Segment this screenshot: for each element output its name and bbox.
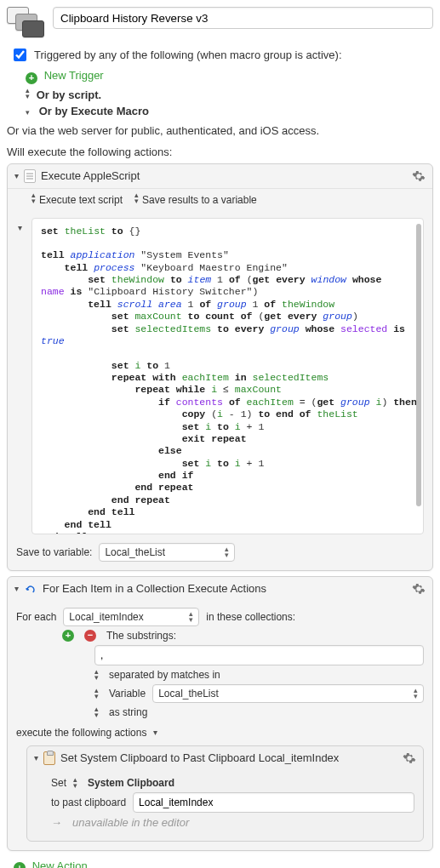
updown-icon: ▴▾ [189, 611, 193, 623]
chevron-down-icon[interactable]: ▾ [18, 223, 22, 232]
script-page-icon [24, 169, 36, 183]
unavailable-note: unavailable in the editor [72, 816, 189, 829]
scrollbar[interactable] [416, 224, 421, 528]
updown-icon: ▴▾ [414, 688, 418, 700]
action-title: For Each Item in a Collection Execute Ac… [43, 582, 407, 595]
updown-icon: ▴▾ [134, 192, 139, 204]
action-title: Set System Clipboard to Past Clipboard L… [60, 751, 397, 764]
delimiter-field[interactable] [94, 645, 424, 665]
triggered-checkbox[interactable] [14, 49, 26, 61]
clipboard-type-selector[interactable]: System Clipboard [88, 777, 174, 789]
macro-title-input[interactable] [53, 7, 433, 29]
separated-by-selector[interactable]: separated by matches in [109, 669, 220, 681]
source-type-selector[interactable]: Variable [109, 688, 146, 700]
chevron-down-icon[interactable]: ▾ [153, 728, 157, 737]
updown-icon: ▴▾ [94, 688, 99, 700]
chevron-down-icon[interactable]: ▾ [34, 753, 38, 762]
chevron-down-icon: ▾ [26, 108, 32, 117]
clipboard-icon [43, 751, 55, 765]
chevron-down-icon[interactable]: ▾ [14, 171, 19, 180]
save-to-variable-label: Save to variable: [16, 546, 92, 558]
action-title: Execute AppleScript [41, 169, 407, 182]
arrow-right-icon: → [51, 816, 62, 829]
action-set-clipboard: ▾ Set System Clipboard to Past Clipboard… [26, 745, 424, 842]
new-action-button[interactable]: + New Action [14, 859, 433, 869]
set-label: Set [51, 777, 66, 789]
code-editor[interactable]: set theList to {} tell application "Syst… [31, 218, 424, 534]
past-clipboard-field[interactable] [133, 792, 414, 813]
updown-icon: ▴▾ [225, 546, 229, 558]
trigger-web: Or via the web server for public, authen… [7, 124, 433, 137]
updown-icon: ▴▾ [94, 669, 99, 681]
gear-icon[interactable] [412, 169, 426, 183]
updown-icon: ▴▾ [94, 706, 99, 718]
plus-icon: + [14, 862, 26, 868]
substrings-label: The substrings: [106, 630, 176, 642]
as-string-selector[interactable]: as string [109, 706, 147, 718]
execute-actions-label: execute the following actions [16, 727, 146, 739]
gear-icon[interactable] [412, 582, 426, 596]
macro-icon [7, 7, 46, 41]
to-past-label: to past clipboard [51, 797, 126, 808]
chevron-down-icon[interactable]: ▾ [14, 584, 19, 593]
plus-icon[interactable]: + [62, 630, 74, 642]
updown-icon: ▴▾ [26, 88, 30, 100]
results-mode-selector[interactable]: ▴▾Save results to a variable [134, 192, 257, 206]
action-execute-applescript: ▾ Execute AppleScript ▴▾Execute text scr… [7, 163, 433, 571]
foreach-variable-select[interactable]: Local_itemIndex ▴▾ [63, 608, 199, 626]
plus-icon: + [26, 72, 37, 84]
updown-icon: ▴▾ [31, 192, 36, 204]
gear-icon[interactable] [403, 751, 416, 765]
foreach-label: For each [16, 611, 56, 623]
triggered-label: Triggered by any of the following (when … [34, 49, 342, 61]
updown-icon: ▴▾ [73, 777, 77, 789]
action-for-each: ▾ For Each Item in a Collection Execute … [7, 576, 433, 851]
loop-icon [24, 582, 37, 596]
trigger-execute-macro[interactable]: ▾ Or by Execute Macro [26, 105, 433, 117]
trigger-script[interactable]: ▴▾ Or by script. [26, 88, 433, 101]
script-mode-selector[interactable]: ▴▾Execute text script [31, 192, 123, 206]
save-variable-select[interactable]: Local_theList ▴▾ [99, 543, 235, 562]
in-collections-label: in these collections: [206, 611, 295, 623]
minus-icon[interactable]: − [84, 630, 96, 642]
new-trigger-button[interactable]: + New Trigger [26, 69, 433, 84]
source-variable-select[interactable]: Local_theList ▴▾ [152, 684, 424, 703]
will-execute-label: Will execute the following actions: [7, 146, 433, 158]
